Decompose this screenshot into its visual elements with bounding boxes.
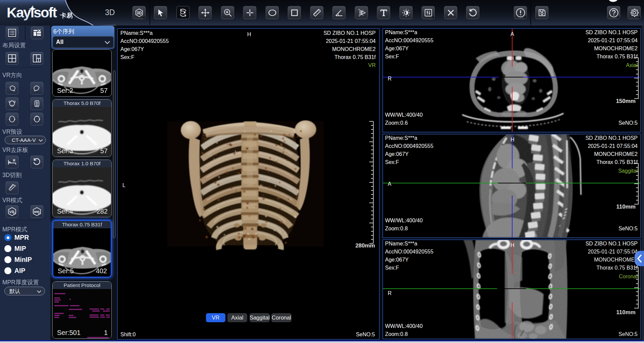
svg-text:卡易: 卡易 <box>60 12 73 19</box>
svg-text:3D: 3D <box>137 10 142 15</box>
